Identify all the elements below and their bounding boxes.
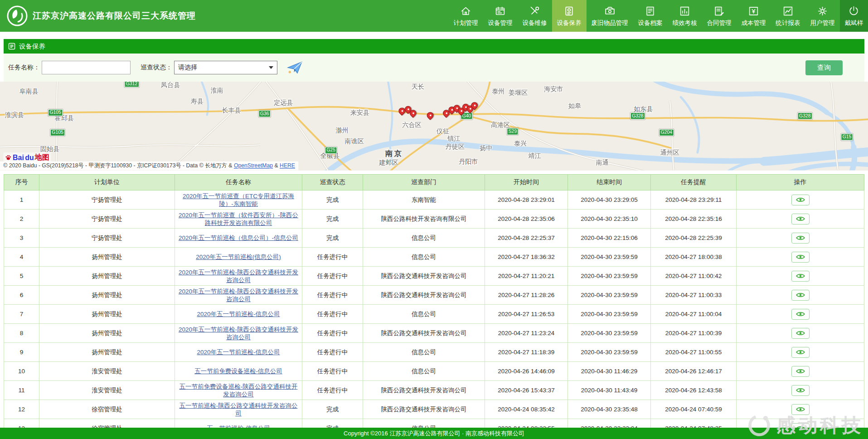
task-link[interactable]: 2020年五一节前巡查（ETC专用道江苏海陵）-东南智能 (183, 193, 294, 207)
task-link[interactable]: 2020年五一节前巡检-信息公司 (197, 311, 280, 317)
map[interactable]: 阜南县淮滨县霍邱县固始县凤台县淮南寿县长丰县定远县来安县滁州南谯区全椒县天长六合… (0, 82, 868, 171)
task-link[interactable]: 五一节前巡检-陕西公路交通科技开发咨询公司 (179, 402, 298, 417)
nav-item-label: 用户管理 (810, 19, 835, 27)
nav-item-cost[interactable]: 成本管理 (737, 0, 771, 32)
view-button[interactable] (791, 328, 810, 339)
cost-icon (747, 5, 760, 17)
company-logo-icon (6, 5, 28, 27)
cell-end: 2020-04-30 23:35:48 (568, 400, 651, 419)
nav-item-logout[interactable]: 戴斌样 (840, 0, 868, 32)
view-button[interactable] (791, 271, 810, 282)
cell-remind: 2020-04-28 22:35:16 (651, 210, 737, 229)
here-link[interactable]: HERE (280, 162, 295, 168)
cell-n: 9 (4, 343, 39, 362)
nav-item-label: 成本管理 (742, 19, 766, 27)
cell-op (737, 381, 864, 400)
send-locate-icon[interactable] (286, 60, 304, 75)
nav-item-repair[interactable]: 设备维修 (518, 0, 552, 32)
cell-dept: 陕西公路交通科技开发咨询公司 (363, 324, 485, 343)
cell-status: 完成 (302, 190, 363, 210)
road-shield: G328 (630, 112, 645, 120)
task-link[interactable]: 2020年五一节前巡检-陕西公路交通科技开发咨询公司 (179, 288, 298, 302)
task-link[interactable]: 五一节前免费设备巡检-信息公司 (194, 368, 282, 375)
nav-item-label: 合同管理 (707, 19, 732, 27)
cell-dept: 陕西公路交通科技开发咨询公司 (363, 400, 485, 419)
cell-status: 任务进行中 (302, 324, 363, 343)
status-select[interactable]: 请选择 (174, 61, 277, 74)
view-button[interactable] (791, 309, 810, 320)
map-city-label: 长丰县 (222, 106, 241, 114)
map-city-label: 淮滨县 (5, 111, 24, 119)
cell-remind: 2020-04-26 12:43:58 (651, 381, 737, 400)
view-button[interactable] (791, 290, 810, 301)
view-button[interactable] (791, 195, 810, 205)
task-link[interactable]: 2020年五一节前巡检-陕西公路交通科技开发咨询公司 (179, 269, 298, 283)
page-title: 设备保养 (19, 42, 45, 51)
nav-item-label: 设备保养 (557, 19, 582, 27)
road-shield: G105 (48, 109, 63, 116)
nav-item-performance[interactable]: 绩效考核 (668, 0, 702, 32)
nav-item-plan[interactable]: 计划管理 (449, 0, 483, 32)
cell-op (737, 324, 864, 343)
map-city-label: 海安市 (544, 85, 563, 93)
view-button[interactable] (791, 233, 810, 244)
home-icon (460, 5, 472, 17)
view-button[interactable] (791, 252, 810, 263)
view-button[interactable] (791, 404, 810, 415)
cell-task: 2020年五一节前巡检-陕西公路交通科技开发咨询公司 (175, 286, 302, 305)
table-header-row: 序号计划单位任务名称巡查状态巡查部门开始时间结束时间任务提醒操作 (4, 175, 864, 190)
cell-task: 2020年五一节前巡检（信息公司）-信息公司 (175, 229, 302, 248)
osm-link[interactable]: OpenStreetMap (234, 162, 273, 168)
cell-remind: 2020-04-27 11:00:04 (651, 305, 737, 324)
cell-unit: 扬州管理处 (39, 267, 175, 286)
nav-item-contract[interactable]: 合同管理 (702, 0, 737, 32)
nav-item-stats[interactable]: 统计报表 (771, 0, 805, 32)
task-link[interactable]: 2020年五一节前巡查（软件西安所）-陕西公路科技开发咨询有限公司 (179, 212, 298, 226)
nav-item-waste[interactable]: 废旧物品管理 (587, 0, 633, 32)
map-city-label: 如皋 (568, 102, 581, 110)
task-link[interactable]: 2020年五一节前巡检-陕西公路交通科技开发咨询公司 (179, 326, 298, 341)
map-city-label: 南谯区 (345, 137, 364, 146)
nav-item-equipment[interactable]: 设备管理 (483, 0, 518, 32)
view-button[interactable] (791, 385, 810, 396)
map-city-label: 靖江 (529, 151, 541, 160)
cell-dept: 信息公司 (363, 248, 485, 267)
task-link[interactable]: 2020年五一节前巡检（信息公司）-信息公司 (179, 234, 298, 241)
map-city-label: 丹阳市 (459, 158, 478, 166)
table-row: 11淮安管理处五一节前免费设备巡检-陕西公路交通科技开发咨询公司任务进行中陕西公… (4, 381, 864, 400)
task-name-input[interactable] (42, 61, 131, 74)
cell-end: 2020-04-30 11:43:49 (568, 381, 651, 400)
map-city-label: 南通 (596, 158, 609, 166)
nav-item-maintenance[interactable]: 设备保养 (552, 0, 587, 32)
brand: 江苏京沪高速公路有限公司三大系统管理 (6, 5, 196, 27)
cell-remind: 2020-04-27 11:00:33 (651, 286, 737, 305)
view-button[interactable] (791, 366, 810, 377)
task-link[interactable]: 2020年五一节前巡检(信息公司) (196, 254, 281, 260)
nav-item-label: 设备维修 (523, 19, 547, 27)
nav-item-label: 统计报表 (776, 19, 800, 27)
cell-unit: 宁扬管理处 (39, 190, 175, 210)
cell-task: 五一节前免费设备巡检-信息公司 (175, 362, 302, 381)
view-button[interactable] (791, 347, 810, 358)
view-button[interactable] (791, 214, 810, 224)
map-city-label: 扬中 (480, 144, 492, 152)
cell-dept: 信息公司 (363, 305, 485, 324)
map-city-label: 淮南 (211, 86, 223, 94)
nav-item-user[interactable]: 用户管理 (805, 0, 840, 32)
query-button[interactable]: 查询 (805, 60, 843, 75)
task-link[interactable]: 2020年五一节前巡检-信息公司 (197, 349, 280, 356)
nav-item-label: 设备管理 (488, 19, 513, 27)
cell-status: 任务进行中 (302, 362, 363, 381)
cell-n: 7 (4, 305, 39, 324)
col-header-remind: 任务提醒 (651, 175, 737, 190)
col-header-task: 任务名称 (175, 175, 302, 190)
cell-unit: 扬州管理处 (39, 324, 175, 343)
task-link[interactable]: 五一节前免费设备巡检-陕西公路交通科技开发咨询公司 (179, 383, 298, 398)
filter-bar: 任务名称： 巡查状态： 请选择 查询 (4, 54, 864, 82)
col-header-start: 开始时间 (485, 175, 568, 190)
cell-task: 五一节前巡检-陕西公路交通科技开发咨询公司 (175, 400, 302, 419)
map-city-label: 阜南县 (19, 88, 38, 96)
cell-start: 2020-04-28 23:29:01 (485, 190, 568, 210)
nav-item-archive[interactable]: 设备档案 (633, 0, 668, 32)
map-city-label: 通州区 (660, 148, 679, 156)
